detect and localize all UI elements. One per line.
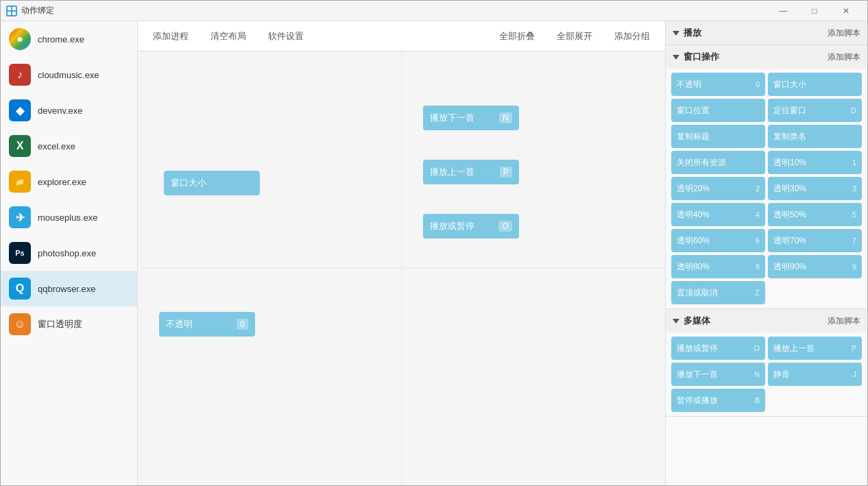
panel-btn-透明20%[interactable]: 透明20%2 — [671, 177, 765, 200]
panel-btn-key: 7 — [852, 236, 856, 245]
panel-btn-label: 播放下一首 — [677, 369, 718, 380]
panel-btn-key: 1 — [852, 158, 856, 167]
add-script-button-play[interactable]: 添加脚本 — [828, 27, 860, 39]
sidebar-label-chrome: chrome.exe — [38, 34, 84, 45]
add-script-button-media[interactable]: 添加脚本 — [828, 315, 860, 327]
canvas-block-play-prev[interactable]: 播放上一首P — [423, 160, 519, 184]
panel-btn-label: 透明70% — [773, 235, 806, 247]
block-label-win-size: 窗口大小 — [171, 177, 206, 189]
panel-btn-关闭所有资源[interactable]: 关闭所有资源 — [671, 151, 765, 174]
sidebar-item-explorer[interactable]: 📁explorer.exe — [1, 164, 137, 199]
excel-icon: X — [9, 135, 31, 157]
section-header-play: 播放添加脚本 — [666, 21, 867, 45]
panel-btn-key: 5 — [852, 210, 856, 219]
panel-btn-key: P — [852, 344, 856, 352]
panel-btn-不透明[interactable]: 不透明0 — [671, 73, 765, 96]
block-label-play-next: 播放下一首 — [430, 112, 474, 124]
block-label-opacity: 不透明 — [166, 318, 193, 330]
svg-rect-2 — [8, 12, 11, 15]
panel-btn-透明80%[interactable]: 透明80%8 — [671, 255, 765, 278]
section-buttons-window-ops: 不透明0窗口大小窗口位置定位窗口D复制标题复制类名关闭所有资源透明10%1透明2… — [666, 69, 867, 308]
panel-btn-透明30%[interactable]: 透明30%3 — [768, 177, 862, 200]
canvas-cell-0[interactable]: 窗口大小 — [138, 51, 401, 268]
right-panel: 播放添加脚本窗口操作添加脚本不透明0窗口大小窗口位置定位窗口D复制标题复制类名关… — [665, 21, 867, 485]
section-buttons-media: 播放或暂停O播放上一首P播放下一首N静音J暂停或播放B — [666, 332, 867, 416]
add-process-button[interactable]: 添加进程 — [149, 27, 193, 45]
clear-layout-button[interactable]: 清空布局 — [206, 27, 250, 45]
panel-btn-复制标题[interactable]: 复制标题 — [671, 125, 765, 148]
panel-btn-定位窗口[interactable]: 定位窗口D — [768, 99, 862, 122]
panel-btn-静音[interactable]: 静音J — [768, 363, 862, 386]
canvas-area: 窗口大小 播放下一首N播放上一首P播放或暂停O 不透明0 — [138, 51, 665, 485]
qqbrowser-icon: Q — [9, 278, 31, 300]
canvas-grid: 窗口大小 播放下一首N播放上一首P播放或暂停O 不透明0 — [138, 51, 665, 485]
main-window: 动作绑定 — □ ✕ ●chrome.exe♪cloudmusic.exe◆de… — [0, 0, 868, 486]
canvas-cell-2[interactable]: 不透明0 — [138, 269, 401, 485]
block-key-play-pause: O — [498, 221, 511, 232]
collapse-all-button[interactable]: 全部折叠 — [495, 27, 539, 45]
maximize-button[interactable]: □ — [799, 1, 830, 21]
cloudmusic-icon: ♪ — [9, 64, 31, 86]
minimize-button[interactable]: — — [767, 1, 799, 21]
panel-btn-key: 4 — [756, 210, 760, 219]
collapse-icon-window-ops[interactable] — [673, 55, 679, 60]
section-title-play: 播放 — [684, 27, 828, 39]
canvas-cell-1[interactable]: 播放下一首N播放上一首P播放或暂停O — [402, 51, 665, 268]
add-script-button-window-ops[interactable]: 添加脚本 — [828, 51, 860, 63]
panel-btn-label: 播放或暂停 — [677, 343, 718, 354]
panel-btn-label: 透明20% — [677, 183, 710, 195]
panel-btn-播放下一首[interactable]: 播放下一首N — [671, 363, 765, 386]
panel-btn-透明40%[interactable]: 透明40%4 — [671, 203, 765, 226]
sidebar-label-transparent: 窗口透明度 — [38, 318, 82, 330]
add-group-button[interactable]: 添加分组 — [610, 27, 654, 45]
close-button[interactable]: ✕ — [830, 1, 862, 21]
panel-btn-key: 0 — [756, 80, 760, 88]
panel-btn-播放上一首[interactable]: 播放上一首P — [768, 337, 862, 360]
main-area: 添加进程 清空布局 软件设置 全部折叠 全部展开 添加分组 窗口大小 播放下一首… — [138, 21, 665, 485]
panel-btn-透明50%[interactable]: 透明50%5 — [768, 203, 862, 226]
sidebar-item-cloudmusic[interactable]: ♪cloudmusic.exe — [1, 57, 137, 93]
sidebar-item-transparent[interactable]: ☺窗口透明度 — [1, 306, 137, 342]
panel-btn-播放或暂停[interactable]: 播放或暂停O — [671, 337, 765, 360]
sidebar-item-excel[interactable]: Xexcel.exe — [1, 128, 137, 164]
panel-btn-透明70%[interactable]: 透明70%7 — [768, 229, 862, 252]
panel-btn-暂停或播放[interactable]: 暂停或播放B — [671, 389, 765, 412]
block-key-play-prev: P — [500, 167, 512, 178]
canvas-cell-3[interactable] — [402, 269, 665, 485]
sidebar-label-explorer: explorer.exe — [38, 177, 86, 187]
toolbar: 添加进程 清空布局 软件设置 全部折叠 全部展开 添加分组 — [138, 21, 665, 51]
sidebar-item-mouseplus[interactable]: ✈mouseplus.exe — [1, 199, 137, 235]
canvas-block-play-next[interactable]: 播放下一首N — [423, 106, 519, 130]
panel-btn-label: 透明90% — [773, 261, 806, 273]
block-label-play-prev: 播放上一首 — [430, 166, 474, 178]
collapse-icon-play[interactable] — [673, 31, 679, 36]
canvas-block-win-size[interactable]: 窗口大小 — [164, 171, 260, 195]
canvas-block-opacity[interactable]: 不透明0 — [159, 312, 255, 337]
panel-btn-key: 8 — [756, 263, 760, 271]
panel-btn-复制类名[interactable]: 复制类名 — [768, 125, 862, 148]
sidebar-item-devenv[interactable]: ◆devenv.exe — [1, 93, 137, 128]
panel-btn-key: 9 — [852, 263, 856, 271]
panel-btn-label: 置顶或取消 — [677, 287, 718, 299]
app-icon — [6, 5, 17, 16]
panel-btn-label: 透明80% — [677, 261, 710, 273]
sidebar-item-qqbrowser[interactable]: Qqqbrowser.exe — [1, 271, 137, 306]
collapse-icon-media[interactable] — [673, 319, 679, 324]
panel-btn-窗口位置[interactable]: 窗口位置 — [671, 99, 765, 122]
panel-btn-透明10%[interactable]: 透明10%1 — [768, 151, 862, 174]
panel-btn-透明60%[interactable]: 透明60%6 — [671, 229, 765, 252]
panel-btn-label: 不透明 — [677, 79, 701, 90]
canvas-block-play-pause[interactable]: 播放或暂停O — [423, 214, 519, 239]
panel-btn-窗口大小[interactable]: 窗口大小 — [768, 73, 862, 96]
section-title-media: 多媒体 — [684, 315, 828, 327]
sidebar-item-photoshop[interactable]: Psphotoshop.exe — [1, 235, 137, 271]
panel-btn-置顶或取消[interactable]: 置顶或取消Z — [671, 281, 765, 304]
expand-all-button[interactable]: 全部展开 — [553, 27, 596, 45]
panel-btn-label: 透明60% — [677, 235, 710, 247]
panel-btn-key: 2 — [756, 184, 760, 193]
block-key-opacity: 0 — [237, 319, 248, 330]
settings-button[interactable]: 软件设置 — [264, 27, 308, 45]
panel-btn-透明90%[interactable]: 透明90%9 — [768, 255, 862, 278]
sidebar-item-chrome[interactable]: ●chrome.exe — [1, 21, 137, 57]
sidebar-label-photoshop: photoshop.exe — [38, 248, 96, 258]
